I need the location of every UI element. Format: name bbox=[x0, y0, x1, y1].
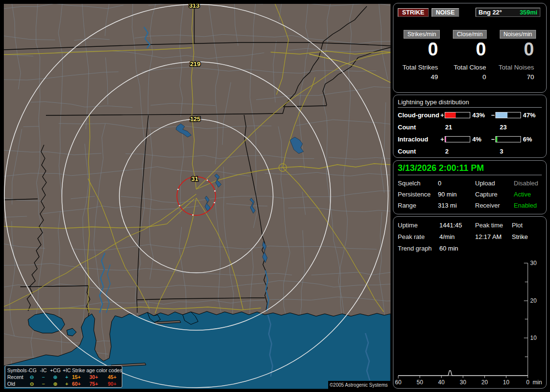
divider bbox=[398, 107, 542, 108]
plus-sign: + bbox=[440, 112, 445, 119]
distance-value: 359mi bbox=[520, 9, 537, 16]
range-value: 313 mi bbox=[438, 202, 475, 209]
old-pos-ic-icon: + bbox=[61, 380, 72, 387]
distribution-title: Lightning type distribution bbox=[398, 98, 542, 106]
trend-line bbox=[398, 371, 528, 376]
legend-age-title: Strike age color codes bbox=[72, 367, 126, 374]
cg-negative-bar-fill bbox=[496, 112, 507, 118]
upload-label: Upload bbox=[475, 180, 514, 187]
squelch-label: Squelch bbox=[398, 180, 438, 187]
age-60: 60+ bbox=[72, 380, 89, 387]
app-window: 313 219 125 31 Symbols -CG -IC +CG +IC S… bbox=[0, 0, 550, 392]
legend-col-neg-ic: -IC bbox=[37, 367, 49, 374]
minus-sign: − bbox=[491, 112, 495, 119]
count-label: Count bbox=[398, 148, 445, 155]
legend-col-pos-cg: +CG bbox=[49, 367, 61, 374]
copyright: ©2005 Astrogenic Systems bbox=[328, 381, 391, 390]
total-strikes-value: 49 bbox=[398, 73, 446, 81]
x-tick-0: 0 bbox=[526, 379, 530, 386]
recent-neg-cg-icon: ⊖ bbox=[27, 374, 37, 380]
trend-chart: 30 20 10 60 50 40 30 20 10 0 min bbox=[393, 217, 547, 389]
close-per-min-chip: Close/min bbox=[453, 30, 486, 39]
ic-positive-bar bbox=[445, 136, 470, 142]
strikes-per-min-chip: Strikes/min bbox=[404, 30, 440, 39]
range-label: Range bbox=[398, 202, 438, 209]
legend-symbols-header: Symbols bbox=[7, 367, 27, 374]
ic-negative-pct: 6% bbox=[523, 136, 541, 143]
divider bbox=[398, 175, 542, 175]
legend-col-pos-ic: +IC bbox=[61, 367, 72, 374]
receiver-label: Receiver bbox=[475, 202, 514, 209]
age-45: 45+ bbox=[108, 374, 126, 380]
old-neg-cg-icon: ⊖ bbox=[27, 380, 37, 387]
x-tick-60: 60 bbox=[395, 379, 402, 386]
cg-negative-count: 23 bbox=[500, 124, 507, 131]
upload-value: Disabled bbox=[514, 180, 542, 187]
strikes-rate-value: 0 bbox=[398, 41, 446, 58]
cg-negative-pct: 47% bbox=[523, 112, 541, 119]
ring-label-125: 125 bbox=[190, 115, 201, 123]
cg-positive-pct: 43% bbox=[472, 112, 491, 119]
receiver-value: Enabled bbox=[514, 202, 542, 209]
x-tick-30: 30 bbox=[460, 379, 466, 386]
ring-label-313: 313 bbox=[189, 4, 200, 9]
capture-label: Capture bbox=[475, 191, 514, 198]
age-15: 15+ bbox=[72, 374, 89, 380]
cloud-ground-label: Cloud-ground bbox=[398, 112, 440, 119]
age-75: 75+ bbox=[89, 380, 108, 387]
ring-label-31: 31 bbox=[191, 175, 198, 182]
legend-row-recent-label: Recent bbox=[7, 374, 27, 380]
bearing-value: Bng 22° bbox=[478, 9, 502, 16]
recent-pos-ic-icon: + bbox=[61, 374, 72, 380]
status-panel: 3/13/2026 2:00:11 PM Squelch 0 Upload Di… bbox=[393, 160, 547, 214]
ic-negative-bar-fill bbox=[496, 137, 497, 142]
x-tick-50: 50 bbox=[417, 379, 423, 386]
minus-sign: − bbox=[491, 136, 495, 143]
noise-toggle-button[interactable]: NOISE bbox=[432, 8, 459, 17]
ic-positive-count: 2 bbox=[445, 148, 500, 155]
ring-label-219: 219 bbox=[190, 60, 201, 68]
age-90: 90+ bbox=[108, 380, 126, 387]
ic-positive-bar-fill bbox=[445, 137, 446, 142]
ic-negative-bar bbox=[495, 136, 521, 142]
recent-neg-ic-icon: − bbox=[37, 374, 49, 380]
recent-pos-cg-icon: ⊕ bbox=[49, 374, 61, 380]
y-tick-30: 30 bbox=[530, 260, 537, 266]
total-noises-value: 70 bbox=[494, 73, 542, 81]
ic-positive-pct: 4% bbox=[472, 136, 491, 143]
persistence-value: 90 min bbox=[438, 191, 475, 198]
counters-panel: STRIKE NOISE Bng 22° 359mi Strikes/min C… bbox=[393, 3, 547, 93]
y-tick-10: 10 bbox=[530, 335, 537, 341]
plus-sign: + bbox=[440, 136, 445, 143]
distribution-panel: Lightning type distribution Cloud-ground… bbox=[393, 95, 547, 158]
strike-toggle-button[interactable]: STRIKE bbox=[398, 8, 429, 17]
intracloud-label: Intracloud bbox=[398, 136, 440, 143]
cg-positive-count: 21 bbox=[445, 124, 500, 131]
total-strikes-label: Total Strikes bbox=[398, 64, 446, 71]
strike-legend: Symbols -CG -IC +CG +IC Strike age color… bbox=[5, 365, 122, 388]
old-neg-ic-icon: − bbox=[37, 380, 49, 387]
cg-positive-bar bbox=[445, 112, 470, 118]
cg-positive-bar-fill bbox=[445, 112, 456, 118]
old-pos-cg-icon: ⊕ bbox=[49, 380, 61, 387]
bearing-distance-display: Bng 22° 359mi bbox=[476, 8, 540, 17]
y-tick-20: 20 bbox=[530, 297, 537, 304]
lightning-map[interactable]: 313 219 125 31 bbox=[4, 4, 391, 389]
noises-rate-value: 0 bbox=[494, 41, 542, 58]
capture-value: Active bbox=[514, 191, 542, 198]
trend-panel: Uptime 1441:45 Peak time Plot Peak rate … bbox=[393, 216, 547, 389]
age-30: 30+ bbox=[89, 374, 108, 380]
total-close-label: Total Close bbox=[446, 64, 493, 71]
count-label: Count bbox=[398, 124, 445, 131]
legend-row-old-label: Old bbox=[7, 380, 27, 387]
close-rate-value: 0 bbox=[446, 41, 493, 58]
squelch-value: 0 bbox=[438, 180, 475, 187]
x-unit-label: min bbox=[533, 379, 542, 386]
total-close-value: 0 bbox=[446, 73, 493, 81]
noises-per-min-chip: Noises/min bbox=[500, 30, 536, 39]
ic-negative-count: 3 bbox=[500, 148, 503, 155]
datetime-display: 3/13/2026 2:00:11 PM bbox=[398, 163, 542, 173]
x-tick-20: 20 bbox=[481, 379, 488, 386]
x-tick-40: 40 bbox=[438, 379, 445, 386]
total-noises-label: Total Noises bbox=[494, 64, 542, 71]
